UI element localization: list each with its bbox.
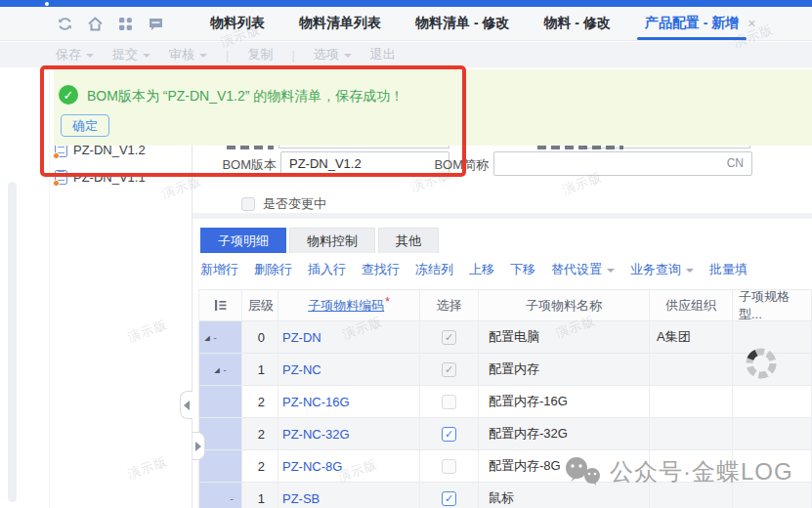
- spec-cell: [733, 418, 812, 450]
- tree-expand-icon[interactable]: ◢: [204, 333, 210, 341]
- grid-icon[interactable]: [116, 15, 134, 32]
- row-selector-cell[interactable]: [198, 386, 242, 418]
- grid-action-新增行[interactable]: 新增行: [200, 261, 238, 278]
- material-code-link[interactable]: PZ-NC: [278, 354, 420, 386]
- material-name-cell: 配置内存-8G: [479, 450, 650, 483]
- tab-label: 物料列表: [210, 15, 265, 32]
- toolbar-button[interactable]: 审核: [169, 46, 207, 64]
- supply-org-cell: [650, 483, 733, 508]
- tab-close-icon[interactable]: ×: [748, 16, 755, 31]
- grid-action-删除行[interactable]: 删除行: [254, 261, 292, 278]
- material-code-link[interactable]: PZ-NC-32G: [278, 418, 420, 450]
- tab-4[interactable]: 物料 - 修改: [543, 7, 610, 40]
- notification-message: BOM版本为 “PZ-DN_V1.2” 的物料清单，保存成功！: [87, 88, 404, 106]
- collapse-right-handle[interactable]: [192, 432, 205, 460]
- toolbar-button-label: 复制: [247, 46, 273, 64]
- table-row[interactable]: 2PZ-NC-8G配置内存-8G: [198, 450, 812, 483]
- tree-expand-icon[interactable]: ◢: [214, 365, 220, 373]
- chat-icon[interactable]: [147, 15, 164, 32]
- row-checkbox[interactable]: [442, 459, 456, 474]
- row-marker: -: [230, 492, 234, 504]
- row-selector-header: [198, 289, 242, 321]
- toolbar-button[interactable]: 复制: [247, 46, 273, 64]
- bom-shortname-input[interactable]: [493, 151, 752, 176]
- chevron-down-icon: [686, 269, 694, 273]
- tab-子项明细[interactable]: 子项明细: [200, 228, 286, 253]
- select-cell: ✓: [420, 483, 479, 508]
- chevron-down-icon: [86, 54, 94, 58]
- change-flag-checkbox[interactable]: [241, 197, 255, 211]
- spec-cell: [733, 450, 812, 483]
- grid-action-下移[interactable]: 下移: [510, 261, 535, 278]
- row-selector-cell[interactable]: [198, 450, 242, 483]
- level-cell: 1: [242, 483, 278, 508]
- row-checkbox[interactable]: ✓: [442, 427, 456, 442]
- tab-1[interactable]: 物料列表: [210, 7, 265, 40]
- table-row[interactable]: 2PZ-NC-16G配置内存-16G: [198, 386, 812, 418]
- material-code-link[interactable]: PZ-NC-16G: [278, 386, 420, 418]
- exit-button[interactable]: 退出: [370, 46, 396, 64]
- row-checkbox[interactable]: ✓: [442, 362, 456, 377]
- tab-2[interactable]: 物料清单列表: [299, 7, 381, 40]
- grid-action-替代设置[interactable]: 替代设置: [551, 261, 615, 278]
- toolbar-button[interactable]: 提交: [112, 46, 150, 64]
- tab-3[interactable]: 物料清单 - 修改: [415, 7, 509, 40]
- top-blue-strip: [0, 0, 812, 7]
- section-divider: [192, 213, 812, 219]
- tab-物料控制[interactable]: 物料控制: [289, 228, 375, 253]
- grid-action-插入行[interactable]: 插入行: [308, 261, 346, 278]
- supply-org-cell: A集团: [650, 321, 733, 354]
- toolbar-button[interactable]: 选项: [314, 46, 352, 64]
- tab-5[interactable]: 产品配置 - 新增×: [645, 7, 756, 40]
- row-selector-cell[interactable]: ◢ -: [198, 321, 242, 354]
- column-header-子项物料编码[interactable]: 子项物料编码*: [278, 289, 420, 321]
- row-selector-cell[interactable]: -: [198, 483, 242, 508]
- toolbar-button-label: 选项: [314, 46, 339, 64]
- table-row[interactable]: 2PZ-NC-32G✓配置内存-32G: [198, 418, 812, 450]
- table-row[interactable]: ◢ -0PZ-DN✓配置电脑A集团: [198, 321, 812, 354]
- grid-action-冻结列[interactable]: 冻结列: [415, 261, 453, 278]
- home-icon[interactable]: [86, 15, 104, 32]
- loading-spinner: [745, 347, 778, 380]
- spec-cell: [733, 386, 812, 418]
- select-cell: ✓: [420, 321, 479, 354]
- left-scrollbar[interactable]: [8, 182, 17, 502]
- grid-action-label: 上移: [469, 261, 494, 278]
- row-checkbox[interactable]: ✓: [442, 330, 456, 345]
- column-header-供应组织: 供应组织: [650, 289, 733, 321]
- tree-item-PZ-DN_V1.1[interactable]: PZ-DN_V1.1: [55, 163, 192, 190]
- tab-其他[interactable]: 其他: [378, 228, 439, 253]
- save-button[interactable]: 保存: [56, 46, 94, 64]
- chevron-down-icon: [199, 54, 207, 58]
- table-row[interactable]: ◢ -1PZ-NC✓配置内存: [198, 354, 812, 386]
- grid-action-label: 插入行: [308, 261, 346, 278]
- grid-action-查找行[interactable]: 查找行: [362, 261, 400, 278]
- tab-label: 物料 - 修改: [543, 15, 610, 32]
- grid-action-批量填[interactable]: 批量填: [709, 261, 748, 278]
- table-row[interactable]: -1PZ-SB✓鼠标: [198, 483, 812, 508]
- material-name-cell: 配置内存: [479, 354, 650, 386]
- select-cell: [420, 386, 479, 418]
- bom-shortname-field: CN: [493, 151, 752, 176]
- select-cell: ✓: [420, 354, 479, 386]
- grid-action-业务查询[interactable]: 业务查询: [630, 261, 694, 278]
- grid-action-label: 下移: [510, 261, 535, 278]
- confirm-button[interactable]: 确定: [61, 114, 109, 137]
- grid-action-上移[interactable]: 上移: [469, 261, 494, 278]
- collapse-left-handle[interactable]: [180, 391, 192, 419]
- toolbar-button-label: 审核: [169, 46, 194, 64]
- sync-icon[interactable]: [56, 15, 73, 32]
- column-header-选择: 选择: [420, 289, 479, 321]
- grid-action-label: 批量填: [709, 261, 748, 278]
- column-header-层级: 层级: [242, 289, 278, 321]
- row-selector-cell[interactable]: ◢ -: [198, 354, 242, 386]
- material-name-cell: 配置电脑: [479, 321, 650, 354]
- row-checkbox[interactable]: [442, 395, 456, 409]
- material-code-link[interactable]: PZ-SB: [278, 483, 420, 508]
- grid-action-label: 冻结列: [415, 261, 453, 278]
- column-header-link[interactable]: 子项物料编码: [308, 297, 384, 315]
- toolbar-button-label: 提交: [112, 46, 138, 64]
- row-checkbox[interactable]: ✓: [442, 491, 456, 506]
- material-code-link[interactable]: PZ-NC-8G: [278, 450, 420, 483]
- material-code-link[interactable]: PZ-DN: [278, 321, 420, 354]
